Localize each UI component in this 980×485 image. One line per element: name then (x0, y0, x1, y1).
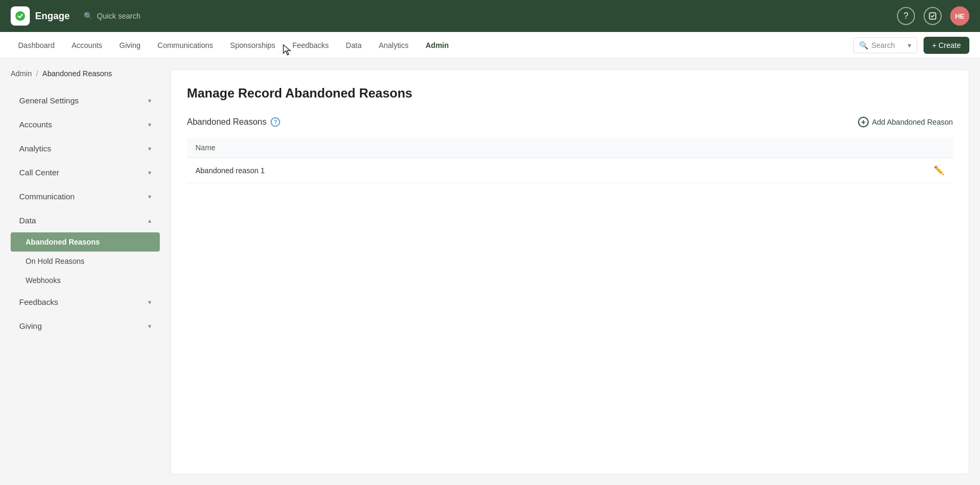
chevron-down-icon: ▾ (148, 322, 151, 330)
section-title: Abandoned Reasons ? (187, 117, 280, 127)
tasks-button[interactable] (924, 7, 942, 25)
nav-feedbacks[interactable]: Feedbacks (285, 37, 336, 54)
sidebar-accounts-label: Accounts (19, 120, 52, 129)
cell-actions: ✏️ (767, 158, 953, 183)
quick-search-label: Quick search (97, 12, 141, 20)
add-button-label: Add Abandoned Reason (872, 118, 953, 126)
breadcrumb-current: Abandoned Reasons (43, 69, 112, 78)
sidebar-subitem-abandoned-reasons[interactable]: Abandoned Reasons (11, 232, 160, 252)
user-avatar[interactable]: HE (950, 6, 969, 26)
sidebar-item-analytics[interactable]: Analytics ▾ (11, 136, 160, 160)
nav-sponsorships[interactable]: Sponsorships (223, 37, 283, 54)
chevron-down-icon: ▾ (148, 121, 151, 128)
edit-icon[interactable]: ✏️ (934, 166, 944, 175)
help-icon[interactable]: ? (271, 117, 280, 127)
nav-dashboard[interactable]: Dashboard (11, 37, 62, 54)
nav-data[interactable]: Data (338, 37, 369, 54)
sidebar-call-center-label: Call Center (19, 168, 59, 177)
nav-giving[interactable]: Giving (112, 37, 148, 54)
add-abandoned-reason-button[interactable]: + Add Abandoned Reason (858, 117, 953, 127)
chevron-down-icon: ▾ (148, 193, 151, 200)
navbar: Dashboard Accounts Giving Communications… (0, 32, 980, 59)
navbar-search[interactable]: 🔍 Search ▾ (853, 37, 917, 53)
section-title-text: Abandoned Reasons (187, 117, 266, 127)
page-title: Manage Record Abandoned Reasons (187, 86, 953, 101)
search-dropdown-icon: ▾ (908, 41, 911, 50)
add-icon: + (858, 117, 869, 127)
page-content: Admin / Abandoned Reasons General Settin… (0, 59, 980, 485)
sidebar: Admin / Abandoned Reasons General Settin… (11, 69, 160, 474)
logo[interactable]: Engage (11, 6, 70, 26)
sidebar-subitem-on-hold-reasons[interactable]: On Hold Reasons (11, 252, 160, 271)
topbar: Engage 🔍 Quick search ? HE (0, 0, 980, 32)
chevron-down-icon: ▾ (148, 169, 151, 176)
abandoned-reasons-table: Name Abandoned reason 1 ✏️ (187, 138, 953, 183)
sidebar-subitem-webhooks[interactable]: Webhooks (11, 271, 160, 290)
table-row: Abandoned reason 1 ✏️ (187, 158, 953, 183)
breadcrumb: Admin / Abandoned Reasons (11, 69, 160, 78)
sidebar-item-accounts[interactable]: Accounts ▾ (11, 112, 160, 136)
sidebar-general-settings-label: General Settings (19, 96, 79, 105)
sidebar-feedbacks-label: Feedbacks (19, 297, 58, 306)
search-label: Search (871, 41, 895, 50)
search-icon: 🔍 (84, 12, 93, 20)
nav-communications[interactable]: Communications (150, 37, 220, 54)
column-actions (767, 138, 953, 158)
sidebar-item-call-center[interactable]: Call Center ▾ (11, 160, 160, 184)
sidebar-data-label: Data (19, 216, 36, 225)
table-header-row: Name (187, 138, 953, 158)
main-panel: Manage Record Abandoned Reasons Abandone… (170, 69, 969, 474)
sidebar-item-giving[interactable]: Giving ▾ (11, 314, 160, 338)
search-icon-small: 🔍 (859, 41, 868, 50)
breadcrumb-separator: / (36, 69, 38, 78)
cell-name: Abandoned reason 1 (187, 158, 767, 183)
sidebar-giving-label: Giving (19, 321, 42, 330)
chevron-up-icon: ▴ (148, 217, 151, 224)
logo-icon (11, 6, 30, 26)
breadcrumb-parent[interactable]: Admin (11, 69, 32, 78)
nav-analytics[interactable]: Analytics (371, 37, 416, 54)
column-name: Name (187, 138, 767, 158)
sidebar-analytics-label: Analytics (19, 144, 51, 153)
sidebar-item-data[interactable]: Data ▴ (11, 208, 160, 232)
chevron-down-icon: ▾ (148, 97, 151, 104)
navbar-right: 🔍 Search ▾ + Create (853, 37, 969, 54)
chevron-down-icon: ▾ (148, 145, 151, 152)
sidebar-item-general-settings[interactable]: General Settings ▾ (11, 88, 160, 112)
sidebar-item-feedbacks[interactable]: Feedbacks ▾ (11, 290, 160, 314)
help-button[interactable]: ? (897, 7, 915, 25)
topbar-right: ? HE (897, 6, 969, 26)
sidebar-communication-label: Communication (19, 192, 75, 201)
sidebar-item-communication[interactable]: Communication ▾ (11, 184, 160, 208)
section-header: Abandoned Reasons ? + Add Abandoned Reas… (187, 117, 953, 127)
nav-accounts[interactable]: Accounts (64, 37, 110, 54)
app-name: Engage (35, 11, 70, 22)
quick-search[interactable]: 🔍 Quick search (84, 12, 141, 20)
chevron-down-icon: ▾ (148, 298, 151, 306)
create-button[interactable]: + Create (924, 37, 969, 54)
nav-admin[interactable]: Admin (418, 37, 456, 54)
